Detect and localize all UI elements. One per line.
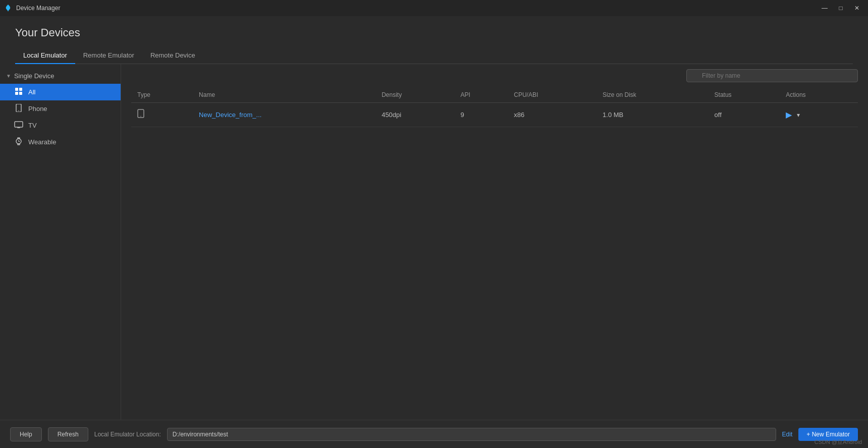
grid-icon	[14, 87, 23, 97]
sidebar-item-wearable[interactable]: Wearable	[0, 134, 121, 150]
row-name-cell[interactable]: New_Device_from_...	[193, 103, 375, 127]
tv-icon	[14, 121, 23, 130]
app-title: Device Manager	[16, 5, 60, 12]
svg-rect-12	[18, 138, 20, 139]
filter-wrapper: 🔍	[686, 69, 858, 82]
col-status: Status	[709, 87, 780, 103]
col-name: Name	[193, 87, 375, 103]
play-button[interactable]: ▶	[786, 110, 792, 120]
row-size-cell: 1.0 MB	[596, 103, 708, 127]
main-container: Your Devices Local Emulator Remote Emula…	[0, 16, 868, 448]
row-type-cell	[131, 103, 193, 127]
sidebar-section-header[interactable]: ▼ Single Device	[0, 68, 121, 84]
col-api: API	[454, 87, 508, 103]
svg-rect-13	[18, 144, 20, 145]
header: Your Devices Local Emulator Remote Emula…	[0, 16, 868, 64]
maximize-button[interactable]: □	[834, 3, 848, 13]
sidebar-item-phone[interactable]: Phone	[0, 100, 121, 117]
edit-button[interactable]: Edit	[782, 431, 793, 438]
row-density-cell: 450dpi	[375, 103, 454, 127]
main-panel: 🔍 Type Name Density API CPU/ABI Size on	[121, 64, 868, 420]
svg-rect-1	[19, 88, 22, 91]
table-row: New_Device_from_... 450dpi 9 x86 1.0 MB …	[131, 103, 858, 127]
svg-point-5	[18, 110, 19, 111]
phone-icon	[14, 104, 23, 114]
footer: Help Refresh Local Emulator Location: Ed…	[0, 420, 868, 448]
svg-rect-0	[15, 88, 18, 91]
sidebar-item-tv[interactable]: TV	[0, 117, 121, 134]
titlebar: Device Manager — □ ✕	[0, 0, 868, 16]
titlebar-controls: — □ ✕	[818, 3, 864, 13]
svg-rect-3	[19, 92, 22, 95]
svg-rect-6	[15, 122, 23, 127]
toolbar: 🔍	[121, 64, 868, 87]
phone-device-icon	[137, 110, 144, 120]
location-input[interactable]	[167, 428, 776, 441]
svg-point-15	[140, 116, 141, 117]
help-button[interactable]: Help	[10, 427, 42, 441]
col-cpu-abi: CPU/ABI	[508, 87, 596, 103]
watermark: CSDN @豆Android	[815, 438, 862, 446]
col-actions: Actions	[780, 87, 858, 103]
watch-icon	[14, 137, 23, 147]
sidebar: ▼ Single Device All	[0, 64, 121, 420]
row-cpu-abi-cell: x86	[508, 103, 596, 127]
filter-input[interactable]	[686, 69, 858, 82]
devices-table: Type Name Density API CPU/ABI Size on Di…	[131, 87, 858, 127]
tab-local-emulator[interactable]: Local Emulator	[15, 47, 75, 64]
tab-remote-device[interactable]: Remote Device	[142, 47, 203, 64]
col-size-on-disk: Size on Disk	[596, 87, 708, 103]
actions-dropdown-icon[interactable]: ▾	[797, 111, 800, 119]
svg-rect-2	[15, 92, 18, 95]
app-logo-icon	[4, 4, 12, 12]
location-label: Local Emulator Location:	[94, 431, 161, 438]
minimize-button[interactable]: —	[818, 3, 832, 13]
tab-remote-emulator[interactable]: Remote Emulator	[75, 47, 142, 64]
sidebar-item-all[interactable]: All	[0, 84, 121, 100]
row-status-cell: off	[709, 103, 780, 127]
col-type: Type	[131, 87, 193, 103]
table-container: Type Name Density API CPU/ABI Size on Di…	[121, 87, 868, 420]
row-api-cell: 9	[454, 103, 508, 127]
close-button[interactable]: ✕	[850, 3, 864, 13]
tabs: Local Emulator Remote Emulator Remote De…	[15, 47, 853, 64]
chevron-down-icon: ▼	[6, 73, 11, 79]
page-title: Your Devices	[15, 26, 853, 39]
content-area: ▼ Single Device All	[0, 64, 868, 420]
col-density: Density	[375, 87, 454, 103]
titlebar-left: Device Manager	[4, 4, 60, 12]
table-header-row: Type Name Density API CPU/ABI Size on Di…	[131, 87, 858, 103]
refresh-button[interactable]: Refresh	[48, 427, 88, 441]
row-actions-cell: ▶ ▾	[780, 103, 858, 127]
actions-cell: ▶ ▾	[786, 110, 852, 120]
